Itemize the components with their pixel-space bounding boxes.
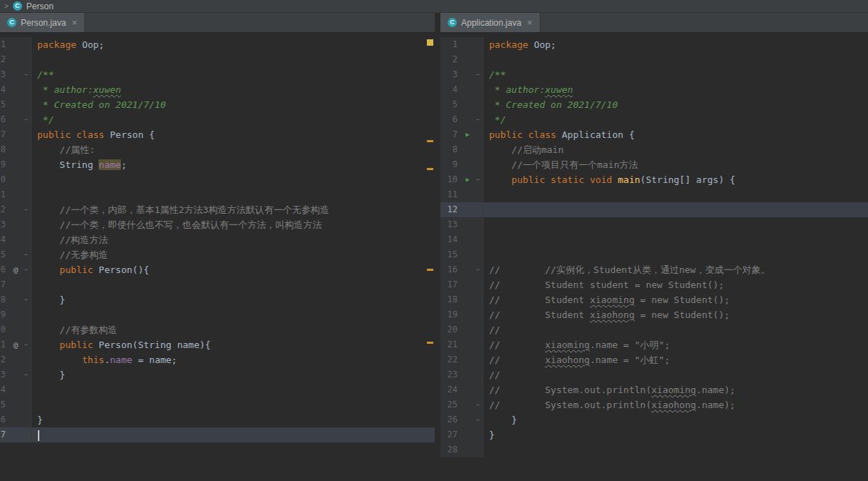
stripe-usage-mark[interactable] bbox=[427, 342, 433, 344]
code-text[interactable]: * author:xuwen bbox=[31, 82, 435, 97]
code-text[interactable]: } bbox=[483, 412, 868, 427]
line-number[interactable]: 20 bbox=[0, 322, 10, 337]
code-text[interactable]: //无参构造 bbox=[31, 247, 435, 262]
fold-icon[interactable] bbox=[21, 307, 31, 322]
code-text[interactable] bbox=[31, 52, 435, 67]
annotation-marker-icon[interactable] bbox=[10, 367, 21, 382]
annotation-marker-icon[interactable] bbox=[10, 247, 21, 262]
fold-icon[interactable] bbox=[473, 82, 483, 97]
fold-icon[interactable] bbox=[21, 277, 31, 292]
line-number[interactable]: 20 bbox=[440, 322, 462, 337]
run-icon[interactable] bbox=[462, 367, 473, 382]
annotation-marker-icon[interactable] bbox=[10, 397, 21, 412]
code-text[interactable]: String name; bbox=[31, 157, 435, 172]
code-text[interactable]: //启动main bbox=[483, 142, 868, 157]
code-text[interactable] bbox=[31, 382, 435, 397]
fold-icon[interactable] bbox=[473, 247, 483, 262]
run-icon[interactable] bbox=[462, 202, 473, 217]
editor-application-java[interactable]: 1package Oop;23−/**4 * author:xuwen5 * C… bbox=[440, 33, 868, 481]
code-text[interactable]: package Oop; bbox=[31, 37, 435, 52]
annotation-marker-icon[interactable] bbox=[10, 412, 21, 427]
annotation-marker-icon[interactable] bbox=[10, 187, 21, 202]
code-text[interactable] bbox=[483, 217, 868, 232]
line-number[interactable]: 11 bbox=[440, 187, 462, 202]
code-text[interactable] bbox=[483, 202, 868, 217]
annotation-marker-icon[interactable]: @ bbox=[10, 337, 21, 352]
code-text[interactable] bbox=[31, 397, 435, 412]
line-number[interactable]: 17 bbox=[0, 277, 10, 292]
run-icon[interactable] bbox=[462, 307, 473, 322]
line-number[interactable]: 23 bbox=[440, 367, 462, 382]
fold-icon[interactable]: − bbox=[473, 172, 483, 187]
tab-person-java[interactable]: C Person.java × bbox=[0, 13, 85, 32]
code-text[interactable]: this.name = name; bbox=[31, 352, 435, 367]
fold-icon[interactable] bbox=[473, 442, 483, 457]
annotation-marker-icon[interactable] bbox=[10, 142, 21, 157]
code-text[interactable]: public static void main(String[] args) { bbox=[483, 172, 868, 187]
code-text[interactable]: //有参数构造 bbox=[31, 322, 435, 337]
line-number[interactable]: 18 bbox=[0, 292, 10, 307]
fold-icon[interactable]: − bbox=[473, 112, 483, 127]
run-icon[interactable] bbox=[462, 322, 473, 337]
fold-icon[interactable] bbox=[473, 292, 483, 307]
code-text[interactable]: * Created on 2021/7/10 bbox=[31, 97, 435, 112]
run-icon[interactable] bbox=[462, 112, 473, 127]
fold-icon[interactable] bbox=[473, 97, 483, 112]
code-text[interactable]: * Created on 2021/7/10 bbox=[483, 97, 868, 112]
close-icon[interactable]: × bbox=[70, 18, 77, 27]
fold-icon[interactable] bbox=[473, 142, 483, 157]
code-text[interactable]: //一个项目只有一个main方法 bbox=[483, 157, 868, 172]
run-icon[interactable] bbox=[462, 67, 473, 82]
code-text[interactable]: /** bbox=[483, 67, 868, 82]
error-stripe[interactable] bbox=[426, 33, 435, 481]
annotation-marker-icon[interactable] bbox=[10, 277, 21, 292]
line-number[interactable]: 21 bbox=[0, 337, 10, 352]
line-number[interactable]: 23 bbox=[0, 367, 10, 382]
line-number[interactable]: 22 bbox=[0, 352, 10, 367]
fold-icon[interactable]: − bbox=[21, 67, 31, 82]
code-text[interactable]: */ bbox=[31, 112, 435, 127]
fold-icon[interactable] bbox=[21, 82, 31, 97]
annotation-marker-icon[interactable] bbox=[10, 352, 21, 367]
code-text[interactable]: public class Application { bbox=[483, 127, 868, 142]
code-text[interactable] bbox=[31, 277, 435, 292]
annotation-marker-icon[interactable] bbox=[10, 82, 21, 97]
fold-icon[interactable] bbox=[473, 382, 483, 397]
line-number[interactable]: 4 bbox=[0, 82, 10, 97]
fold-icon[interactable] bbox=[21, 172, 31, 187]
run-icon[interactable] bbox=[462, 187, 473, 202]
fold-icon[interactable]: − bbox=[21, 337, 31, 352]
run-icon[interactable] bbox=[462, 262, 473, 277]
code-text[interactable]: //构造方法 bbox=[31, 232, 435, 247]
code-text[interactable] bbox=[483, 232, 868, 247]
line-number[interactable]: 12 bbox=[0, 202, 10, 217]
run-icon[interactable] bbox=[462, 442, 473, 457]
line-number[interactable]: 9 bbox=[0, 157, 10, 172]
annotation-marker-icon[interactable] bbox=[10, 127, 21, 142]
fold-icon[interactable] bbox=[473, 337, 483, 352]
line-number[interactable]: 14 bbox=[0, 232, 10, 247]
annotation-marker-icon[interactable] bbox=[10, 322, 21, 337]
fold-icon[interactable] bbox=[21, 397, 31, 412]
annotation-marker-icon[interactable] bbox=[10, 307, 21, 322]
line-number[interactable]: 28 bbox=[440, 442, 462, 457]
code-text[interactable]: */ bbox=[483, 112, 868, 127]
annotation-marker-icon[interactable] bbox=[10, 52, 21, 67]
code-text[interactable]: public Person(){ bbox=[31, 262, 435, 277]
run-icon[interactable] bbox=[462, 427, 473, 442]
code-text[interactable]: public Person(String name){ bbox=[31, 337, 435, 352]
annotation-marker-icon[interactable] bbox=[10, 67, 21, 82]
run-icon[interactable] bbox=[462, 382, 473, 397]
line-number[interactable]: 8 bbox=[440, 142, 462, 157]
run-icon[interactable] bbox=[462, 352, 473, 367]
fold-icon[interactable]: − bbox=[21, 292, 31, 307]
run-icon[interactable] bbox=[462, 97, 473, 112]
annotation-marker-icon[interactable] bbox=[10, 112, 21, 127]
line-number[interactable]: 1 bbox=[440, 37, 462, 52]
fold-icon[interactable] bbox=[21, 352, 31, 367]
fold-icon[interactable] bbox=[473, 352, 483, 367]
close-icon[interactable]: × bbox=[526, 18, 533, 27]
annotation-marker-icon[interactable] bbox=[10, 172, 21, 187]
code-text[interactable] bbox=[483, 442, 868, 457]
run-icon[interactable] bbox=[462, 157, 473, 172]
